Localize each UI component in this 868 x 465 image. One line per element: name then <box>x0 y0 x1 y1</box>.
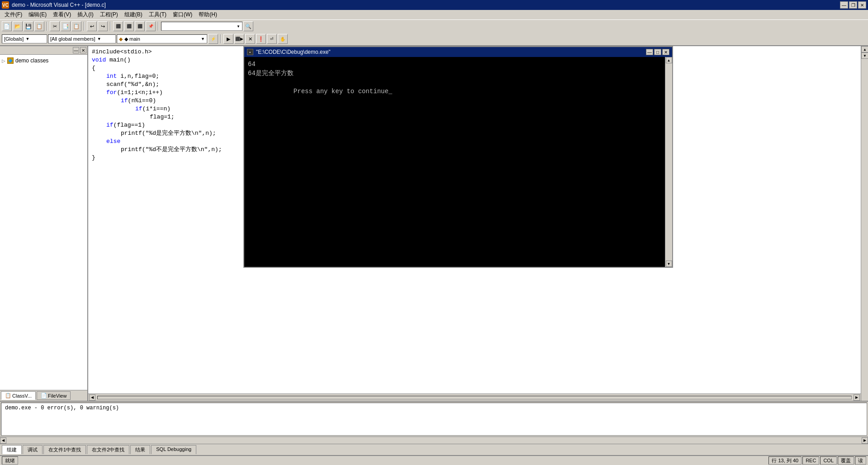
minimize-button[interactable]: — <box>840 1 848 9</box>
toolbar-btn-4[interactable]: 📌 <box>146 21 156 31</box>
left-panel-header: — ✕ <box>0 46 87 55</box>
menu-tools[interactable]: 工具(T) <box>146 10 169 19</box>
editor-hscroll[interactable]: ◀ ▶ <box>88 394 861 401</box>
menu-help[interactable]: 帮助(H) <box>196 10 220 19</box>
tab-fileview[interactable]: 📄 FileView <box>37 391 71 400</box>
console-body: 64 64是完全平方数 Press any key to continue_ ▲… <box>244 57 672 267</box>
menu-project[interactable]: 工程(P) <box>97 10 121 19</box>
tab-find-in-file2[interactable]: 在文件2中查找 <box>87 445 129 454</box>
scroll-right-btn[interactable]: ▶ <box>854 394 860 401</box>
redo-button[interactable]: ↪ <box>98 21 108 31</box>
toolbar-area: 📄 📂 💾 📋 ✂ 📑 📋 ↩ ↪ ⬛ ⬛ ⬛ 📌 ▼ 🔍 [Globals] … <box>0 20 868 46</box>
save-button[interactable]: 💾 <box>24 21 33 31</box>
hscroll-track[interactable] <box>97 396 852 399</box>
members-dropdown[interactable]: [All global members] ▼ <box>48 34 116 43</box>
tab-debug[interactable]: 调试 <box>23 445 43 454</box>
console-scroll-up[interactable]: ▲ <box>666 57 672 63</box>
function-dropdown[interactable]: ◆ ◆ main ▼ <box>117 34 207 43</box>
globals-arrow: ▼ <box>25 37 29 41</box>
status-bar: 就绪 行 13, 列 40 REC COL 覆盖 读 <box>0 455 868 465</box>
debug-btn-4[interactable]: ❗ <box>256 34 266 44</box>
toolbar-separator-1 <box>47 22 47 31</box>
classview-icon: 📋 <box>5 393 11 399</box>
paste-button[interactable]: 📋 <box>71 21 81 31</box>
console-close-btn[interactable]: ✕ <box>662 49 669 55</box>
search-dropdown[interactable]: ▼ <box>161 22 242 31</box>
build-output: demo.exe - 0 error(s), 0 warning(s) <box>1 403 867 436</box>
status-col: COL <box>820 456 837 465</box>
debug-btn-3[interactable]: ✕ <box>245 34 255 44</box>
toolbar-row-1: 📄 📂 💾 📋 ✂ 📑 📋 ↩ ↪ ⬛ ⬛ ⬛ 📌 ▼ 🔍 <box>0 20 868 33</box>
debug-btn-6[interactable]: ✋ <box>278 34 288 44</box>
menu-build[interactable]: 组建(B) <box>122 10 145 19</box>
console-output: 64 64是完全平方数 Press any key to continue_ <box>244 57 665 267</box>
toolbar-row-2: [Globals] ▼ [All global members] ▼ ◆ ◆ m… <box>0 33 868 45</box>
status-read: 读 <box>855 456 866 465</box>
main-scroll-up[interactable]: ▲ <box>861 46 868 52</box>
status-row-col: 行 13, 列 40 <box>768 456 802 465</box>
status-rec: REC <box>802 456 819 465</box>
tab-build[interactable]: 组建 <box>2 445 22 454</box>
restore-button[interactable]: ❐ <box>849 1 857 9</box>
search-dropdown-arrow: ▼ <box>237 24 240 28</box>
fileview-icon: 📄 <box>41 393 47 399</box>
undo-button[interactable]: ↩ <box>87 21 97 31</box>
globals-dropdown[interactable]: [Globals] ▼ <box>2 34 47 43</box>
main-vscroll[interactable]: ▲ ▼ <box>861 46 868 401</box>
panel-minimize-btn[interactable]: — <box>73 47 79 53</box>
tab-results[interactable]: 结果 <box>130 445 150 454</box>
function-arrow: ▼ <box>201 37 205 41</box>
toolbar-btn-2[interactable]: ⬛ <box>124 21 134 31</box>
toolbar-btn-3[interactable]: ⬛ <box>135 21 145 31</box>
console-vscroll[interactable]: ▲ ▼ <box>665 57 672 267</box>
bottom-scroll-right[interactable]: ▶ <box>862 437 868 444</box>
console-window: ▪ "E:\CODE\C\Debug\demo.exe" — □ ✕ 64 64… <box>243 46 673 268</box>
console-title-bar: ▪ "E:\CODE\C\Debug\demo.exe" — □ ✕ <box>244 47 672 57</box>
menu-window[interactable]: 窗口(W) <box>170 10 195 19</box>
new-file-button[interactable]: 📄 <box>2 21 12 31</box>
tree-item-label: demo classes <box>15 57 48 64</box>
console-line-2: 64是完全平方数 <box>248 69 661 78</box>
cut-button[interactable]: ✂ <box>50 21 60 31</box>
menu-edit[interactable]: 编辑(E) <box>26 10 49 19</box>
copy-button[interactable]: 📑 <box>61 21 71 31</box>
menu-insert[interactable]: 插入(I) <box>75 10 96 19</box>
save-all-button[interactable]: 📋 <box>34 21 44 31</box>
console-scroll-down[interactable]: ▼ <box>666 261 672 267</box>
tree-item-demo[interactable]: ▷ 🔷 demo classes <box>2 57 85 65</box>
main-scroll-down[interactable]: ▼ <box>861 52 868 59</box>
tab-find-in-file1[interactable]: 在文件1中查找 <box>43 445 86 454</box>
console-line-3: Press any key to continue_ <box>248 78 661 105</box>
tab-sql-debugging[interactable]: SQL Debugging <box>151 445 196 454</box>
menu-file[interactable]: 文件(F) <box>2 10 25 19</box>
editor-area: #include<stdio.h> void main() { int i,n,… <box>88 46 861 401</box>
close-button[interactable]: ✕ <box>858 1 866 9</box>
build-output-text: demo.exe - 0 error(s), 0 warning(s) <box>5 405 119 411</box>
panel-close-btn[interactable]: ✕ <box>80 47 86 53</box>
open-file-button[interactable]: 📂 <box>13 21 23 31</box>
debug-btn-2[interactable]: ⬛▶ <box>234 34 244 44</box>
menu-view[interactable]: 查看(V) <box>50 10 74 19</box>
members-arrow: ▼ <box>97 37 101 41</box>
tree-class-icon: 🔷 <box>7 57 14 64</box>
console-maximize-btn[interactable]: □ <box>654 49 661 55</box>
status-ovr: 覆盖 <box>838 456 854 465</box>
bottom-scroll-left[interactable]: ◀ <box>0 437 6 444</box>
find-button[interactable]: 🔍 <box>243 21 253 31</box>
toolbar-btn-1[interactable]: ⬛ <box>113 21 123 31</box>
left-panel-tabs: 📋 ClassV... 📄 FileView <box>0 390 87 401</box>
tab-classview[interactable]: 📋 ClassV... <box>1 391 36 400</box>
bottom-area: demo.exe - 0 error(s), 0 warning(s) ◀ ▶ … <box>0 401 868 455</box>
console-minimize-btn[interactable]: — <box>646 49 653 55</box>
console-title-text: "E:\CODE\C\Debug\demo.exe" <box>256 49 331 55</box>
wizard-button[interactable]: ⚡ <box>208 34 218 44</box>
main-area: — ✕ ▷ 🔷 demo classes 📋 ClassV... 📄 FileV… <box>0 46 868 401</box>
scroll-left-btn[interactable]: ◀ <box>89 394 95 401</box>
toolbar2-separator-1 <box>220 34 221 43</box>
title-bar-text: demo - Microsoft Visual C++ - [demo.c] <box>12 2 106 8</box>
debug-btn-1[interactable]: ▶ <box>223 34 233 44</box>
bottom-hscroll[interactable]: ◀ ▶ <box>0 437 868 444</box>
toolbar-separator-4 <box>158 22 159 31</box>
app-icon: VC <box>2 1 9 9</box>
debug-btn-5[interactable]: ⏎ <box>267 34 277 44</box>
